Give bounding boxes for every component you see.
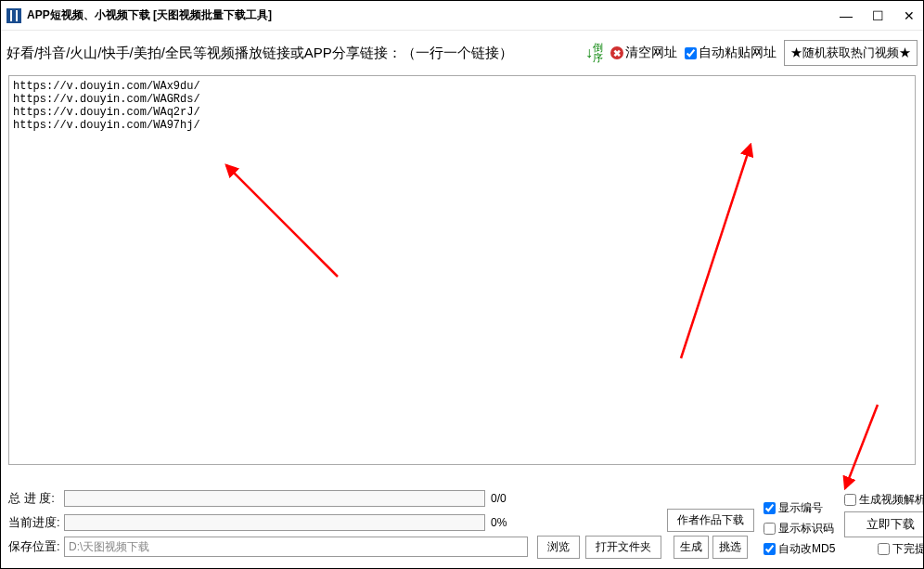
total-progress-bar — [64, 490, 485, 507]
browse-button[interactable]: 浏览 — [537, 536, 580, 559]
minimize-button[interactable]: — — [838, 8, 854, 23]
current-progress-bar — [64, 514, 485, 531]
auto-md5-checkbox[interactable]: 自动改MD5 — [764, 541, 835, 557]
url-area-wrap — [8, 75, 916, 465]
right-options: 显示编号 显示标识码 自动改MD5 生成视频解析表格 立即下载 下完提示音 — [764, 488, 924, 561]
auto-paste-input[interactable] — [685, 47, 697, 59]
maximize-button[interactable]: ☐ — [869, 8, 886, 23]
progress-section: 总 进 度: 0/0 当前进度: 0% 保存位置: — [8, 488, 528, 561]
sort-button[interactable]: ↓ 倒 序 — [585, 43, 603, 63]
clear-urls-button[interactable]: ✖ 清空网址 — [610, 45, 677, 61]
close-button[interactable]: ✕ — [901, 8, 918, 23]
titlebar: APP短视频、小视频下载 [天图视频批量下载工具] — ☐ ✕ — [1, 1, 923, 31]
generate-button[interactable]: 生成 — [674, 536, 709, 559]
total-progress-label: 总 进 度: — [8, 490, 64, 507]
window-controls: — ☐ ✕ — [838, 8, 918, 23]
url-textarea[interactable] — [8, 75, 916, 465]
author-works-button[interactable]: 作者作品下载 — [667, 509, 754, 532]
download-now-button[interactable]: 立即下载 — [844, 511, 924, 537]
open-folder-button[interactable]: 打开文件夹 — [585, 536, 661, 559]
gen-table-checkbox[interactable]: 生成视频解析表格 — [844, 492, 924, 508]
down-arrow-icon: ↓ — [585, 45, 593, 61]
window-title: APP短视频、小视频下载 [天图视频批量下载工具] — [27, 7, 272, 23]
random-hot-button[interactable]: ★随机获取热门视频★ — [784, 40, 918, 66]
save-path-input[interactable] — [64, 537, 528, 557]
mid-buttons: 浏览 打开文件夹 作者作品下载 生成 挑选 — [537, 488, 754, 561]
bottom-panel: 总 进 度: 0/0 当前进度: 0% 保存位置: 浏览 打开文件夹 作者作品下… — [1, 485, 923, 568]
current-progress-value: 0% — [491, 516, 528, 529]
toolbar-prompt: 好看/抖音/火山/快手/美拍/全民等视频播放链接或APP分享链接：（一行一个链接… — [6, 45, 513, 62]
show-idcode-checkbox[interactable]: 显示标识码 — [764, 521, 835, 537]
toolbar: 好看/抖音/火山/快手/美拍/全民等视频播放链接或APP分享链接：（一行一个链接… — [1, 31, 923, 75]
show-index-checkbox[interactable]: 显示编号 — [764, 500, 835, 516]
done-sound-checkbox[interactable]: 下完提示音 — [844, 541, 924, 557]
app-icon — [6, 8, 21, 23]
current-progress-label: 当前进度: — [8, 514, 64, 531]
save-path-label: 保存位置: — [8, 538, 64, 555]
total-progress-value: 0/0 — [491, 492, 528, 505]
clear-icon: ✖ — [610, 46, 623, 59]
select-button[interactable]: 挑选 — [712, 536, 748, 559]
auto-paste-checkbox[interactable]: 自动粘贴网址 — [685, 45, 776, 61]
